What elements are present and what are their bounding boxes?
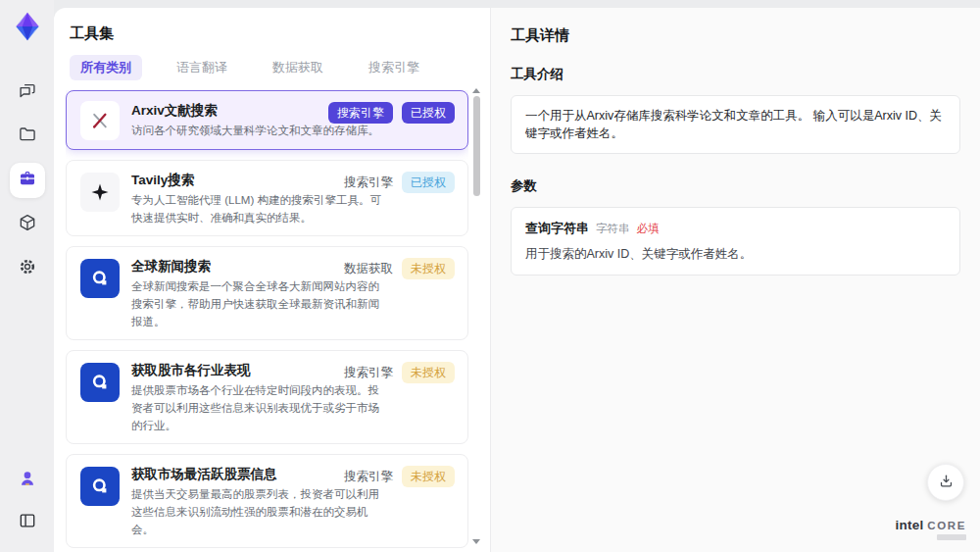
status-badge: 已授权 (402, 172, 455, 193)
parameter-required-badge: 必填 (637, 222, 660, 236)
category-label: 搜索引擎 (344, 175, 393, 191)
briefcase-icon (18, 169, 37, 192)
status-badge: 未授权 (402, 466, 455, 487)
rail-nav (10, 75, 45, 286)
tool-card-active-stocks[interactable]: 获取市场最活跃股票信息 提供当天交易量最高的股票列表，投资者可以利用这些信息来识… (66, 454, 468, 548)
tool-description: 访问各个研究领域大量科学论文和文章的存储库。 (131, 122, 388, 139)
download-button[interactable] (927, 464, 964, 501)
app-logo-icon (11, 10, 44, 43)
status-badge: 未授权 (402, 258, 455, 279)
tool-list-panel: 工具集 所有类别 语言翻译 数据获取 搜索引擎 (54, 8, 490, 552)
tool-description: 提供当天交易量最高的股票列表，投资者可以利用这些信息来识别流动性强的股票和潜在的… (131, 485, 388, 538)
global-search-logo (80, 467, 120, 506)
parameter-name: 查询字符串 (525, 220, 589, 237)
tool-intro-text: 一个用于从Arxiv存储库搜索科学论文和文章的工具。 输入可以是Arxiv ID… (511, 95, 960, 154)
tab-data-fetch[interactable]: 数据获取 (262, 55, 334, 80)
page-title: 工具集 (70, 25, 490, 43)
sidebar-item-profile[interactable] (10, 463, 45, 498)
brand-badge-bar (937, 534, 966, 540)
icon-rail (0, 0, 54, 552)
params-heading: 参数 (511, 177, 960, 195)
category-label: 数据获取 (344, 261, 393, 277)
category-label: 搜索引擎 (344, 365, 393, 381)
tab-search-engine[interactable]: 搜索引擎 (358, 55, 430, 80)
tab-language-translation[interactable]: 语言翻译 (166, 55, 238, 80)
tool-card-list: Arxiv文献搜索 访问各个研究领域大量科学论文和文章的存储库。 搜索引擎 已授… (66, 90, 468, 552)
intro-heading: 工具介绍 (511, 66, 960, 83)
app-window: 工具集 所有类别 语言翻译 数据获取 搜索引擎 (0, 0, 980, 552)
chat-bubbles-icon (18, 80, 37, 104)
status-badge: 未授权 (402, 362, 455, 383)
details-title: 工具详情 (511, 26, 960, 45)
tool-description: 提供股票市场各个行业在特定时间段内的表现。投资者可以利用这些信息来识别表现优于或… (131, 381, 388, 434)
user-icon (18, 469, 37, 492)
panel-toggle-icon (18, 511, 37, 534)
main-surface: 工具集 所有类别 语言翻译 数据获取 搜索引擎 (54, 8, 980, 552)
tool-description: 专为人工智能代理 (LLM) 构建的搜索引擎工具。可快速提供实时、准确和真实的结… (131, 191, 388, 226)
sidebar-item-settings[interactable] (10, 251, 45, 286)
tool-card-tavily[interactable]: Tavily搜索 专为人工智能代理 (LLM) 构建的搜索引擎工具。可快速提供实… (66, 160, 468, 236)
sidebar-item-models[interactable] (10, 207, 45, 242)
download-icon (938, 473, 955, 493)
sidebar-item-chat[interactable] (10, 75, 45, 110)
rail-bottom (10, 463, 45, 540)
tool-card-global-news[interactable]: 全球新闻搜索 全球新闻搜索是一个聚合全球各大新闻网站内容的搜索引擎，帮助用户快速… (66, 246, 468, 340)
category-tabs: 所有类别 语言翻译 数据获取 搜索引擎 (70, 55, 490, 79)
scroll-down-icon[interactable] (472, 539, 480, 544)
sidebar-item-tools[interactable] (10, 163, 45, 198)
category-badge: 搜索引擎 (328, 102, 393, 124)
parameter-type: 字符串 (596, 222, 630, 236)
scrollbar-thumb[interactable] (473, 96, 480, 196)
gear-icon (18, 257, 37, 280)
scroll-up-icon[interactable] (472, 88, 480, 93)
global-search-logo (80, 363, 120, 402)
tool-card-stock-sectors[interactable]: 获取股市各行业表现 提供股票市场各个行业在特定时间段内的表现。投资者可以利用这些… (66, 350, 468, 444)
status-badge: 已授权 (402, 102, 455, 124)
sidebar-item-files[interactable] (10, 119, 45, 154)
tool-description: 全球新闻搜索是一个聚合全球各大新闻网站内容的搜索引擎，帮助用户快速获取全球最新资… (131, 277, 388, 330)
tab-all-categories[interactable]: 所有类别 (70, 55, 142, 80)
tool-details-panel: 工具详情 工具介绍 一个用于从Arxiv存储库搜索科学论文和文章的工具。 输入可… (490, 8, 980, 552)
brand-word-intel: intel (896, 518, 924, 532)
intel-core-logo: intel core (896, 518, 966, 540)
sidebar-item-collapse[interactable] (10, 505, 45, 540)
cube-icon (18, 213, 37, 236)
global-search-logo (80, 259, 120, 298)
folder-icon (18, 125, 37, 148)
arxiv-logo (80, 101, 120, 140)
brand-word-core: core (927, 520, 966, 531)
tavily-star-logo (80, 173, 120, 212)
list-scrollbar[interactable] (471, 88, 481, 544)
parameter-description: 用于搜索的Arxiv ID、关键字或作者姓名。 (525, 246, 946, 263)
tool-card-arxiv[interactable]: Arxiv文献搜索 访问各个研究领域大量科学论文和文章的存储库。 搜索引擎 已授… (66, 90, 468, 150)
parameter-item: 查询字符串 字符串 必填 用于搜索的Arxiv ID、关键字或作者姓名。 (511, 207, 960, 276)
category-label: 搜索引擎 (344, 469, 393, 485)
